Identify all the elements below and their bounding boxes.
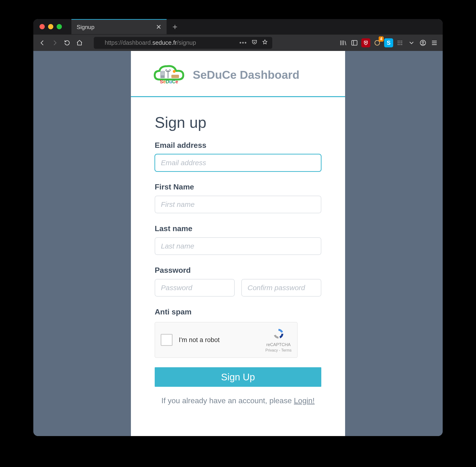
svg-text:SeDuCe: SeDuCe xyxy=(160,79,178,84)
svg-rect-1 xyxy=(352,40,357,45)
window-controls xyxy=(33,24,62,29)
nav-back-button[interactable] xyxy=(37,38,48,48)
firstname-label: First Name xyxy=(155,182,321,191)
url-field[interactable]: https://dashboard.seduce.fr/signup ••• xyxy=(94,37,272,49)
antispam-label: Anti spam xyxy=(155,308,321,316)
extension-badge: 4 xyxy=(379,36,384,42)
nav-reload-button[interactable] xyxy=(62,38,72,48)
url-more-icon[interactable]: ••• xyxy=(239,39,247,46)
nav-home-button[interactable] xyxy=(74,38,85,48)
svg-point-10 xyxy=(173,70,176,73)
svg-rect-8 xyxy=(161,73,164,74)
tab-close-button[interactable]: ✕ xyxy=(156,24,161,30)
window-zoom-button[interactable] xyxy=(57,24,62,29)
tab-title: Signup xyxy=(77,24,94,30)
window-close-button[interactable] xyxy=(39,24,45,29)
library-icon[interactable] xyxy=(338,38,347,47)
email-label: Email address xyxy=(155,141,321,150)
recaptcha-icon xyxy=(272,327,285,341)
card-header: SeDuCe SeDuCe Dashboard xyxy=(131,51,345,97)
bookmark-star-icon[interactable] xyxy=(262,39,268,47)
email-input[interactable] xyxy=(155,154,321,172)
password-label: Password xyxy=(155,266,321,275)
extension-grid-icon[interactable] xyxy=(396,38,405,47)
brand-title: SeDuCe Dashboard xyxy=(193,68,299,81)
svg-rect-11 xyxy=(171,75,179,78)
window-minimize-button[interactable] xyxy=(48,24,53,29)
browser-tab-active[interactable]: Signup ✕ xyxy=(71,19,167,34)
page-viewport: SeDuCe SeDuCe Dashboard Sign up Email ad… xyxy=(33,51,443,436)
svg-rect-7 xyxy=(161,71,164,72)
login-line: If you already have an account, please L… xyxy=(155,396,321,405)
recaptcha-text: I'm not a robot xyxy=(179,336,220,344)
confirm-password-input[interactable] xyxy=(241,279,321,297)
login-prefix: If you already have an account, please xyxy=(161,396,294,405)
lastname-label: Last name xyxy=(155,224,321,233)
url-toolbar: https://dashboard.seduce.fr/signup ••• xyxy=(33,34,443,51)
ublock-extension-icon[interactable] xyxy=(361,38,370,47)
recaptcha-widget: I'm not a robot reCAPTCHA Privacy - Term… xyxy=(155,322,297,358)
account-icon[interactable] xyxy=(418,38,427,47)
seduce-logo: SeDuCe xyxy=(152,63,186,87)
signup-form: Sign up Email address First Name Last na… xyxy=(131,97,345,405)
sidebar-toggle-icon[interactable] xyxy=(350,38,359,47)
recaptcha-brand: reCAPTCHA Privacy - Terms xyxy=(265,327,292,352)
pocket-icon[interactable] xyxy=(251,39,257,47)
browser-window: Signup ✕ ＋ xyxy=(33,19,443,436)
tab-bar: Signup ✕ ＋ xyxy=(33,19,443,34)
url-text: https://dashboard.seduce.fr/signup xyxy=(105,39,196,46)
login-link[interactable]: Login! xyxy=(294,396,315,405)
signup-card: SeDuCe SeDuCe Dashboard Sign up Email ad… xyxy=(131,51,345,436)
svg-point-2 xyxy=(365,42,367,43)
form-title: Sign up xyxy=(155,114,321,131)
firstname-input[interactable] xyxy=(155,196,321,213)
extension-chevron-icon[interactable] xyxy=(407,38,416,47)
svg-rect-9 xyxy=(161,74,164,75)
password-input[interactable] xyxy=(155,279,235,297)
toolbar-extensions: 4 S xyxy=(338,38,439,47)
nav-forward-button[interactable] xyxy=(50,38,60,48)
signup-submit-button[interactable]: Sign Up xyxy=(155,367,321,387)
svg-point-5 xyxy=(422,41,424,43)
lastname-input[interactable] xyxy=(155,237,321,255)
skype-extension-icon[interactable]: S xyxy=(384,38,393,47)
app-menu-icon[interactable] xyxy=(430,38,439,47)
new-tab-button[interactable]: ＋ xyxy=(169,21,181,33)
extension-icon-generic[interactable]: 4 xyxy=(373,38,382,47)
recaptcha-checkbox[interactable] xyxy=(161,334,173,346)
